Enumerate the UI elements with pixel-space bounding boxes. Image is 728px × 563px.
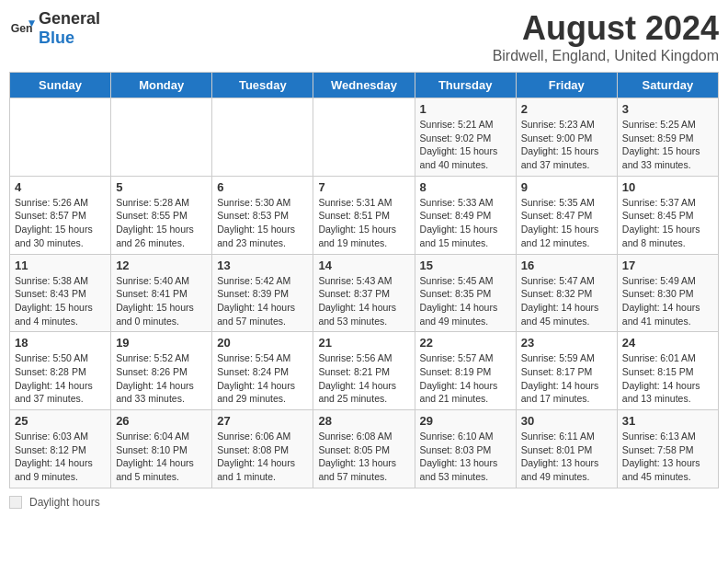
calendar-cell: 25 Sunrise: 6:03 AMSunset: 8:12 PMDaylig… <box>10 410 111 488</box>
logo: Gen General Blue <box>9 9 100 48</box>
calendar-cell: 19 Sunrise: 5:52 AMSunset: 8:26 PMDaylig… <box>111 332 212 410</box>
day-info: Sunrise: 5:40 AMSunset: 8:41 PMDaylight:… <box>116 274 207 328</box>
day-number: 14 <box>318 259 409 272</box>
day-info: Sunrise: 6:10 AMSunset: 8:03 PMDaylight:… <box>420 430 511 484</box>
day-number: 17 <box>622 259 713 272</box>
day-info: Sunrise: 5:23 AMSunset: 9:00 PMDaylight:… <box>521 118 612 172</box>
day-info: Sunrise: 5:25 AMSunset: 8:59 PMDaylight:… <box>622 118 713 172</box>
day-number: 31 <box>622 414 713 428</box>
calendar-cell: 2 Sunrise: 5:23 AMSunset: 9:00 PMDayligh… <box>516 98 617 177</box>
day-info: Sunrise: 5:33 AMSunset: 8:49 PMDaylight:… <box>420 196 511 250</box>
calendar-cell: 23 Sunrise: 5:59 AMSunset: 8:17 PMDaylig… <box>516 332 617 410</box>
calendar-cell: 4 Sunrise: 5:26 AMSunset: 8:57 PMDayligh… <box>10 176 111 254</box>
day-info: Sunrise: 6:06 AMSunset: 8:08 PMDaylight:… <box>217 430 308 484</box>
day-number: 26 <box>116 414 207 428</box>
day-info: Sunrise: 5:45 AMSunset: 8:35 PMDaylight:… <box>420 274 511 328</box>
calendar-cell: 29 Sunrise: 6:10 AMSunset: 8:03 PMDaylig… <box>415 410 516 488</box>
day-number: 4 <box>15 180 106 194</box>
day-number: 11 <box>15 259 106 272</box>
calendar-cell: 13 Sunrise: 5:42 AMSunset: 8:39 PMDaylig… <box>212 254 313 332</box>
day-info: Sunrise: 5:50 AMSunset: 8:28 PMDaylight:… <box>15 351 106 406</box>
day-number: 7 <box>318 180 409 194</box>
day-number: 2 <box>521 102 612 116</box>
day-info: Sunrise: 5:56 AMSunset: 8:21 PMDaylight:… <box>318 351 409 406</box>
calendar-cell <box>10 98 111 177</box>
calendar-cell: 17 Sunrise: 5:49 AMSunset: 8:30 PMDaylig… <box>617 254 718 332</box>
logo-icon: Gen <box>9 16 35 41</box>
calendar-cell: 16 Sunrise: 5:47 AMSunset: 8:32 PMDaylig… <box>516 254 617 332</box>
day-info: Sunrise: 6:08 AMSunset: 8:05 PMDaylight:… <box>318 430 409 484</box>
calendar-cell: 31 Sunrise: 6:13 AMSunset: 7:58 PMDaylig… <box>617 410 718 488</box>
calendar-cell: 11 Sunrise: 5:38 AMSunset: 8:43 PMDaylig… <box>10 254 111 332</box>
day-header-saturday: Saturday <box>617 73 718 98</box>
day-number: 23 <box>521 336 612 350</box>
day-number: 25 <box>15 414 106 428</box>
calendar-cell: 5 Sunrise: 5:28 AMSunset: 8:55 PMDayligh… <box>111 176 212 254</box>
calendar-cell: 26 Sunrise: 6:04 AMSunset: 8:10 PMDaylig… <box>111 410 212 488</box>
day-info: Sunrise: 5:52 AMSunset: 8:26 PMDaylight:… <box>116 351 207 406</box>
page-header: Gen General Blue August 2024 Birdwell, E… <box>9 9 719 64</box>
day-info: Sunrise: 5:37 AMSunset: 8:45 PMDaylight:… <box>622 196 713 250</box>
day-info: Sunrise: 6:03 AMSunset: 8:12 PMDaylight:… <box>15 430 106 484</box>
calendar-cell <box>212 98 313 177</box>
day-header-wednesday: Wednesday <box>313 73 415 98</box>
day-info: Sunrise: 5:38 AMSunset: 8:43 PMDaylight:… <box>15 274 106 328</box>
calendar-cell: 18 Sunrise: 5:50 AMSunset: 8:28 PMDaylig… <box>10 332 111 410</box>
calendar-table: SundayMondayTuesdayWednesdayThursdayFrid… <box>9 72 719 488</box>
day-number: 5 <box>116 180 207 194</box>
day-number: 8 <box>420 180 511 194</box>
calendar-cell: 24 Sunrise: 6:01 AMSunset: 8:15 PMDaylig… <box>617 332 718 410</box>
day-info: Sunrise: 5:21 AMSunset: 9:02 PMDaylight:… <box>420 118 511 172</box>
day-header-monday: Monday <box>111 73 212 98</box>
day-info: Sunrise: 6:11 AMSunset: 8:01 PMDaylight:… <box>521 430 612 484</box>
title-area: August 2024 Birdwell, England, United Ki… <box>493 9 719 64</box>
day-info: Sunrise: 5:59 AMSunset: 8:17 PMDaylight:… <box>521 351 612 406</box>
main-title: August 2024 <box>493 9 719 48</box>
day-header-friday: Friday <box>516 73 617 98</box>
day-number: 3 <box>622 102 713 116</box>
day-info: Sunrise: 5:35 AMSunset: 8:47 PMDaylight:… <box>521 196 612 250</box>
day-info: Sunrise: 6:04 AMSunset: 8:10 PMDaylight:… <box>116 430 207 484</box>
day-number: 10 <box>622 180 713 194</box>
day-number: 29 <box>420 414 511 428</box>
day-number: 9 <box>521 180 612 194</box>
day-number: 18 <box>15 336 106 350</box>
day-number: 24 <box>622 336 713 350</box>
subtitle: Birdwell, England, United Kingdom <box>493 48 719 64</box>
day-info: Sunrise: 5:47 AMSunset: 8:32 PMDaylight:… <box>521 274 612 328</box>
calendar-cell: 21 Sunrise: 5:56 AMSunset: 8:21 PMDaylig… <box>313 332 415 410</box>
day-number: 6 <box>217 180 308 194</box>
svg-text:Gen: Gen <box>11 22 33 35</box>
day-number: 1 <box>420 102 511 116</box>
calendar-cell: 7 Sunrise: 5:31 AMSunset: 8:51 PMDayligh… <box>313 176 415 254</box>
calendar-cell <box>111 98 212 177</box>
day-info: Sunrise: 5:57 AMSunset: 8:19 PMDaylight:… <box>420 351 511 406</box>
day-number: 15 <box>420 259 511 272</box>
legend-box <box>9 496 22 509</box>
day-number: 12 <box>116 259 207 272</box>
day-info: Sunrise: 5:42 AMSunset: 8:39 PMDaylight:… <box>217 274 308 328</box>
day-number: 13 <box>217 259 308 272</box>
calendar-cell: 20 Sunrise: 5:54 AMSunset: 8:24 PMDaylig… <box>212 332 313 410</box>
day-info: Sunrise: 5:31 AMSunset: 8:51 PMDaylight:… <box>318 196 409 250</box>
legend-text: Daylight hours <box>29 496 100 509</box>
day-number: 27 <box>217 414 308 428</box>
day-number: 21 <box>318 336 409 350</box>
day-info: Sunrise: 5:43 AMSunset: 8:37 PMDaylight:… <box>318 274 409 328</box>
day-info: Sunrise: 6:01 AMSunset: 8:15 PMDaylight:… <box>622 351 713 406</box>
calendar-cell: 22 Sunrise: 5:57 AMSunset: 8:19 PMDaylig… <box>415 332 516 410</box>
calendar-cell: 8 Sunrise: 5:33 AMSunset: 8:49 PMDayligh… <box>415 176 516 254</box>
calendar-cell <box>313 98 415 177</box>
day-number: 20 <box>217 336 308 350</box>
calendar-cell: 1 Sunrise: 5:21 AMSunset: 9:02 PMDayligh… <box>415 98 516 177</box>
calendar-cell: 15 Sunrise: 5:45 AMSunset: 8:35 PMDaylig… <box>415 254 516 332</box>
calendar-cell: 6 Sunrise: 5:30 AMSunset: 8:53 PMDayligh… <box>212 176 313 254</box>
calendar-cell: 9 Sunrise: 5:35 AMSunset: 8:47 PMDayligh… <box>516 176 617 254</box>
calendar-cell: 10 Sunrise: 5:37 AMSunset: 8:45 PMDaylig… <box>617 176 718 254</box>
day-number: 19 <box>116 336 207 350</box>
calendar-cell: 27 Sunrise: 6:06 AMSunset: 8:08 PMDaylig… <box>212 410 313 488</box>
day-info: Sunrise: 5:49 AMSunset: 8:30 PMDaylight:… <box>622 274 713 328</box>
day-number: 22 <box>420 336 511 350</box>
calendar-cell: 14 Sunrise: 5:43 AMSunset: 8:37 PMDaylig… <box>313 254 415 332</box>
calendar-cell: 3 Sunrise: 5:25 AMSunset: 8:59 PMDayligh… <box>617 98 718 177</box>
